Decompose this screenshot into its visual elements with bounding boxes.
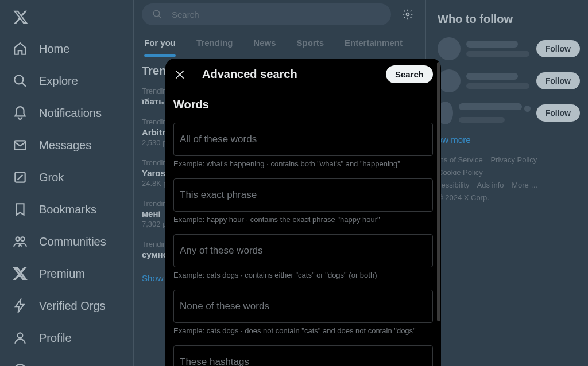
any-words-input[interactable]: [180, 245, 427, 256]
all-words-input[interactable]: [180, 134, 427, 145]
section-words-header: Words: [165, 90, 441, 117]
any-words-field[interactable]: [173, 234, 433, 267]
close-icon: [174, 69, 185, 80]
scrollbar-thumb[interactable]: [437, 62, 440, 321]
all-words-field[interactable]: [173, 123, 433, 156]
any-words-example: Example: cats dogs · contains either "ca…: [165, 267, 441, 284]
exact-phrase-field[interactable]: [173, 178, 433, 212]
exact-phrase-example: Example: happy hour · contains the exact…: [165, 212, 441, 228]
modal-scrollbar[interactable]: [436, 62, 441, 363]
all-words-example: Example: what's happening · contains bot…: [165, 156, 441, 173]
modal-close-button[interactable]: [173, 68, 186, 81]
none-words-field[interactable]: [173, 290, 433, 323]
hashtags-input[interactable]: [180, 356, 427, 366]
none-words-input[interactable]: [180, 301, 427, 312]
advanced-search-modal: Advanced search Search Words Example: wh…: [165, 59, 441, 366]
modal-search-button[interactable]: Search: [386, 65, 433, 83]
exact-phrase-input[interactable]: [180, 189, 427, 201]
none-words-example: Example: cats dogs · does not contain "c…: [165, 323, 441, 340]
hashtags-field[interactable]: [173, 345, 433, 366]
modal-title: Advanced search: [202, 68, 370, 81]
